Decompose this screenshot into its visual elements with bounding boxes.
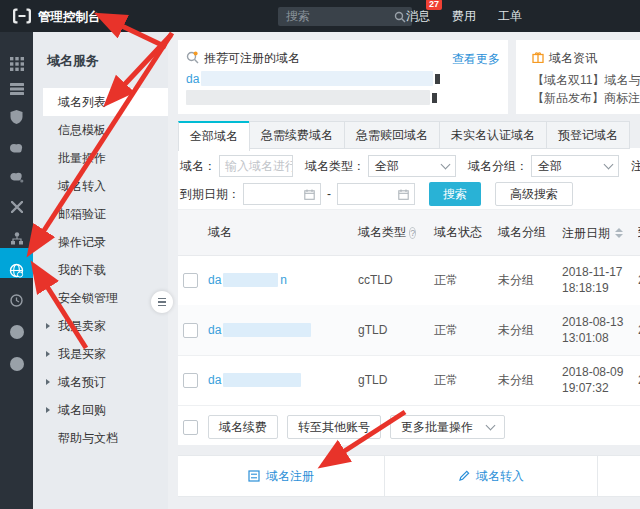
network-tree-icon[interactable] [0, 224, 33, 252]
header-reg-date[interactable]: 注册日期 [562, 225, 638, 241]
row-checkbox[interactable] [183, 323, 198, 338]
domain-transfer-in-button[interactable]: 域名转入 [385, 456, 598, 496]
help-icon[interactable]: ? [409, 227, 416, 239]
redacted-block [223, 273, 278, 287]
sidebar-item-domain-buyback[interactable]: 域名回购 [43, 396, 168, 424]
expand-arrow-icon [46, 351, 50, 357]
sidebar-item-security-lock[interactable]: 安全锁管理 [43, 284, 168, 312]
chevron-down-icon [604, 160, 614, 170]
gift-icon [532, 51, 544, 66]
topbar-nav: 消息 27 费用 工单 [406, 0, 522, 32]
sidebar-item-buyer[interactable]: 我是买家 [43, 340, 168, 368]
domain-register-button[interactable]: 域名注册 [178, 456, 385, 496]
type-filter-label: 域名类型： [305, 158, 365, 175]
domain-list-panel: 域名： 输入域名进行搜 域名类型： 全部 域名分组： 全部 注册日期： 到期日期… [178, 148, 640, 445]
cell-type: ccTLD [358, 273, 434, 287]
transfer-account-button[interactable]: 转至其他账号 [287, 415, 381, 439]
sidebar-item-help-docs[interactable]: 帮助与文档 [43, 424, 168, 452]
messages-link[interactable]: 消息 27 [406, 8, 430, 25]
product-circle-icon[interactable] [0, 318, 33, 346]
domain-filter-label: 域名： [180, 158, 216, 175]
reg-date-filter-label: 注册日期： [631, 158, 640, 175]
tab-redeem-urgent[interactable]: 急需赎回域名 [344, 121, 440, 149]
fees-link[interactable]: 费用 [452, 8, 476, 25]
header-status[interactable]: 域名状态 [434, 224, 498, 241]
sidebar-item-email-verify[interactable]: 邮箱验证 [43, 200, 168, 228]
domain-globe-icon[interactable] [0, 256, 33, 284]
shield-icon[interactable] [0, 103, 33, 131]
table-header: 域名 域名类型 ? 域名状态 域名分组 注册日期 到期日期 [178, 210, 640, 256]
sidebar-item-my-downloads[interactable]: 我的下载 [43, 256, 168, 284]
recommend-domain-row [186, 90, 437, 105]
tab-preregister[interactable]: 预登记域名 [546, 121, 630, 149]
sidebar-item-seller[interactable]: 我是卖家 [43, 312, 168, 340]
news-item-link[interactable]: 【域名双11】域名与商 [532, 72, 640, 89]
alibaba-cloud-logo-icon[interactable] [12, 7, 32, 28]
sidebar-item-operation-log[interactable]: 操作记录 [43, 228, 168, 256]
table-row: dan ccTLD 正常 未分组 2018-11-1718:18:19 2 [178, 255, 640, 306]
search-button[interactable]: 搜索 [429, 182, 481, 206]
date-range-separator: - [327, 187, 331, 201]
pencil-icon [458, 470, 470, 482]
domain-link[interactable]: da [208, 373, 358, 387]
sidebar-item-batch-operation[interactable]: 批量操作 [43, 144, 168, 172]
sort-icon[interactable] [615, 228, 623, 238]
group-filter-select[interactable]: 全部 [531, 155, 619, 177]
sidebar-item-domain-list[interactable]: 域名列表 [43, 88, 168, 116]
header-group[interactable]: 域名分组 [498, 224, 562, 241]
apps-grid-icon[interactable] [0, 50, 33, 78]
sidebar-item-info-template[interactable]: 信息模板 [43, 116, 168, 144]
renew-button[interactable]: 域名续费 [208, 415, 278, 439]
cloud-data-icon[interactable] [0, 163, 33, 191]
cell-status: 正常 [434, 322, 498, 339]
product-circle-icon[interactable] [0, 350, 33, 378]
cloud-icon[interactable] [0, 133, 33, 161]
more-batch-actions-dropdown[interactable]: 更多批量操作 [390, 415, 505, 439]
domain-filter-placeholder: 输入域名进行搜 [220, 158, 292, 175]
group-filter-label: 域名分组： [468, 158, 528, 175]
type-filter-select[interactable]: 全部 [368, 155, 456, 177]
tab-all-domains[interactable]: 全部域名 [178, 121, 250, 151]
switch-arrows-icon[interactable] [0, 193, 33, 221]
redacted-block [435, 74, 440, 84]
redacted-block [223, 373, 301, 387]
news-item-link[interactable]: 【新品发布】商标注册 [532, 90, 640, 107]
domain-link[interactable]: da [208, 323, 358, 337]
sidebar-collapse-handle[interactable] [151, 291, 173, 313]
top-bar: 管理控制台 搜索 消息 27 费用 工单 [0, 0, 640, 32]
topbar-search-input[interactable]: 搜索 [278, 7, 412, 26]
filter-row-1: 域名： 输入域名进行搜 域名类型： 全部 域名分组： 全部 注册日期： [180, 155, 640, 177]
row-checkbox[interactable] [183, 373, 198, 388]
sidebar-item-domain-transfer-in[interactable]: 域名转入 [43, 172, 168, 200]
search-placeholder: 搜索 [278, 8, 394, 25]
header-domain[interactable]: 域名 [204, 224, 358, 241]
select-all-checkbox[interactable] [183, 420, 198, 435]
domain-filter-input[interactable]: 输入域名进行搜 [219, 155, 293, 177]
clock-icon[interactable] [0, 286, 33, 314]
messages-badge: 27 [426, 0, 442, 10]
expire-date-end-input[interactable] [337, 183, 415, 205]
recommend-domain-row[interactable]: da [186, 71, 440, 86]
ticket-link[interactable]: 工单 [498, 8, 522, 25]
tab-unverified[interactable]: 未实名认证域名 [439, 121, 547, 149]
cell-type: gTLD [358, 323, 434, 337]
header-type[interactable]: 域名类型 ? [358, 224, 434, 241]
tab-renew-urgent[interactable]: 急需续费域名 [249, 121, 345, 149]
advanced-search-button[interactable]: 高级搜索 [495, 182, 573, 206]
sidebar-item-domain-preorder[interactable]: 域名预订 [43, 368, 168, 396]
view-more-link[interactable]: 查看更多 [452, 51, 500, 68]
console-screen: 管理控制台 搜索 消息 27 费用 工单 [0, 0, 640, 509]
console-title[interactable]: 管理控制台 [38, 9, 101, 26]
cell-reg-date: 2018-08-0919:07:32 [562, 364, 638, 396]
expand-arrow-icon [46, 379, 50, 385]
row-checkbox[interactable] [183, 273, 198, 288]
chevron-down-icon [486, 421, 496, 431]
expire-date-start-input[interactable] [243, 183, 321, 205]
chevron-down-icon [441, 160, 451, 170]
sidebar-domain-service: 域名服务 域名列表 信息模板 批量操作 域名转入 邮箱验证 操作记录 我的下载 … [33, 32, 168, 509]
domain-link[interactable]: dan [208, 273, 358, 287]
cell-status: 正常 [434, 372, 498, 389]
console-list-icon[interactable] [0, 75, 33, 103]
bottom-panel-cell-cut [598, 456, 640, 496]
calendar-icon [304, 189, 315, 200]
